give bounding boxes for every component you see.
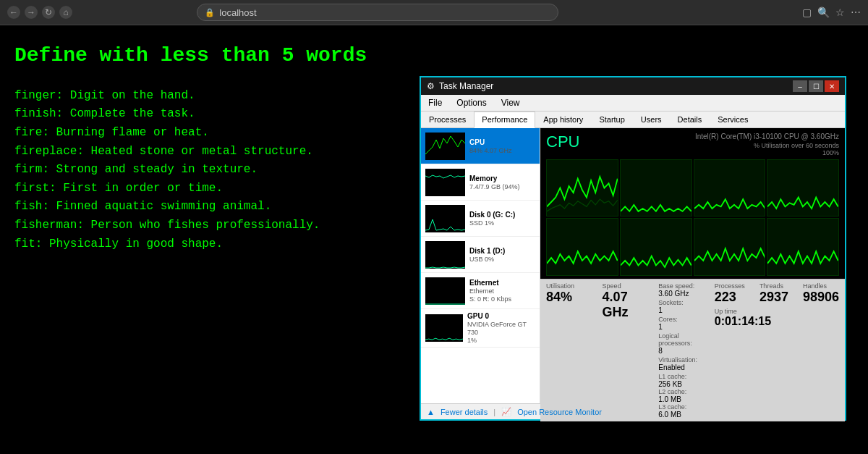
tab-users[interactable]: Users [633,112,670,127]
more-icon[interactable]: ⋯ [851,7,861,18]
chart-cell-6 [620,218,692,275]
monitor-icon: 📈 [501,407,511,416]
stat-threads: Threads 2937 [760,282,788,305]
stat-virt-value: Enabled [658,363,712,371]
utilization-max: 100% [695,149,839,156]
bookmark-icon[interactable]: ☆ [835,7,845,18]
lock-icon: 🔒 [205,8,215,17]
tab-app-history[interactable]: App history [535,112,591,127]
stat-row-1: Processes 223 Threads 2937 Handles 98906 [715,282,839,305]
chart-cell-4 [767,159,839,217]
stat-uptime-value: 0:01:14:15 [715,315,839,328]
cpu-title: CPU [546,133,579,156]
tab-startup[interactable]: Startup [591,112,632,127]
memory-sidebar-value: 7.4/7.9 GB (94%) [469,183,520,190]
open-resource-monitor-link[interactable]: Open Resource Monitor [517,408,602,416]
sidebar-item-disk0[interactable]: Disk 0 (G: C:) SSD 1% [421,201,540,237]
menu-view[interactable]: View [497,96,524,109]
sidebar-item-memory[interactable]: Memory 7.4/7.9 GB (94%) [421,164,540,201]
extensions-icon[interactable]: ▢ [802,7,812,18]
url-text: localhost [219,7,256,18]
fewer-details-link[interactable]: Fewer details [441,408,488,416]
collapse-icon: ▲ [427,408,435,416]
stat-l1-label: L1 cache: [658,373,712,380]
stat-cores-value: 1 [658,323,712,331]
tab-services[interactable]: Services [710,112,756,127]
tm-maximize-button[interactable]: ☐ [809,80,823,92]
stat-base-speed-label: Base speed: [658,282,712,290]
stat-base-speed-value: 3.60 GHz [658,290,712,298]
back-button[interactable]: ← [7,6,20,19]
refresh-button[interactable]: ↻ [42,6,55,19]
stat-misc: Processes 223 Threads 2937 Handles 98906 [715,282,839,419]
page-title: Define with less than 5 words [14,40,854,72]
stat-sockets-value: 1 [658,306,712,314]
menu-file[interactable]: File [424,96,446,109]
stat-speed-label: Speed [603,282,656,290]
stat-speed-value: 4.07 GHz [603,290,656,320]
address-bar[interactable]: 🔒 localhost [197,4,558,21]
tm-main-content: CPU Intel(R) Core(TM) i3-10100 CPU @ 3.6… [540,128,845,403]
disk1-sidebar-label: Disk 1 (D:) [469,247,505,255]
cpu-charts-grid [540,158,845,279]
sidebar-item-cpu[interactable]: CPU 84% 4.07 GHz [421,128,540,164]
tm-window-controls[interactable]: – ☐ ✕ [793,80,839,92]
stat-handles-label: Handles [803,282,839,290]
disk0-sidebar-label: Disk 0 (G: C:) [469,211,515,219]
stat-processes-label: Processes [715,282,745,290]
stat-l1-value: 256 KB [658,380,712,388]
disk0-sidebar-info: Disk 0 (G: C:) SSD 1% [469,211,515,227]
tm-title: Task Manager [439,81,793,91]
tm-close-button[interactable]: ✕ [825,80,839,92]
chart-cell-7 [694,218,766,275]
home-button[interactable]: ⌂ [59,6,72,19]
cpu-stats-grid: Utilisation 84% Speed 4.07 GHz Base spee… [546,282,839,419]
content-area: Define with less than 5 words finger: Di… [0,25,868,454]
tm-icon: ⚙ [427,81,435,91]
stat-speed: Speed 4.07 GHz [603,282,656,419]
stat-l3-label: L3 cache: [658,403,712,411]
stat-threads-value: 2937 [760,290,788,305]
cpu-sidebar-label: CPU [469,138,512,146]
menu-options[interactable]: Options [452,96,490,109]
stat-processes: Processes 223 [715,282,745,305]
sidebar-item-gpu[interactable]: GPU 0 NVIDIA GeForce GT 7301% [421,309,540,348]
tm-minimize-button[interactable]: – [793,80,807,92]
utilization-label: % Utilisation over 60 seconds [695,142,839,149]
browser-chrome: ← → ↻ ⌂ 🔒 localhost ▢ 🔍 ☆ ⋯ [0,0,868,25]
chart-cell-8 [767,218,839,275]
zoom-icon[interactable]: 🔍 [817,7,830,18]
tab-processes[interactable]: Processes [421,112,474,127]
browser-controls[interactable]: ← → ↻ ⌂ [7,6,72,19]
cpu-sidebar-info: CPU 84% 4.07 GHz [469,138,512,154]
tab-performance[interactable]: Performance [474,112,535,128]
forward-button[interactable]: → [25,6,38,19]
stat-utilization: Utilisation 84% [546,282,600,419]
memory-sidebar-label: Memory [469,175,520,182]
cpu-model-info: Intel(R) Core(TM) i3-10100 CPU @ 3.60GHz… [695,133,839,156]
chart-cell-5 [546,218,618,275]
tm-title-bar: ⚙ Task Manager – ☐ ✕ [421,77,845,95]
stat-virt-label: Virtualisation: [658,356,712,363]
sidebar-item-disk1[interactable]: Disk 1 (D:) USB 0% [421,237,540,273]
chart-cell-2 [620,159,692,217]
chart-cell-1 [546,159,618,217]
tm-menubar: File Options View [421,95,845,112]
stat-base-speed: Base speed: 3.60 GHz Sockets: 1 Cores: 1… [658,282,712,419]
stat-l2-label: L2 cache: [658,388,712,395]
disk1-sidebar-value: USB 0% [469,256,494,263]
tm-tabs: Processes Performance App history Startu… [421,112,845,128]
gpu-sidebar-label: GPU 0 [467,312,535,320]
cpu-sidebar-value: 84% 4.07 GHz [469,147,512,154]
tab-details[interactable]: Details [670,112,710,127]
stat-cores-label: Cores: [658,316,712,323]
stat-l3-value: 6.0 MB [658,411,712,419]
chart-cell-3 [694,159,766,217]
gpu-sidebar-value: NVIDIA GeForce GT 7301% [467,321,527,344]
footer-separator: | [493,408,495,416]
tm-sidebar: CPU 84% 4.07 GHz Memory 7.4/7.9 GB (94%) [421,128,540,403]
ethernet-sidebar-value: EthernetS: 0 R: 0 Kbps [469,287,511,303]
stat-utilization-value: 84% [546,290,600,305]
stat-logical-label: Logical processors: [658,332,712,347]
sidebar-item-ethernet[interactable]: Ethernet EthernetS: 0 R: 0 Kbps [421,273,540,309]
